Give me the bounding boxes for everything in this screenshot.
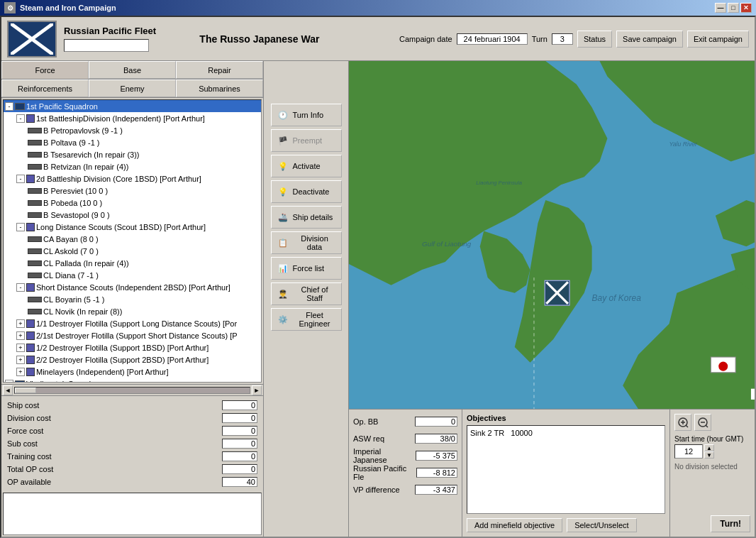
tab-repair[interactable]: Repair xyxy=(176,61,263,79)
maximize-button[interactable]: □ xyxy=(728,3,739,13)
force-list-button[interactable]: 📊 Force list xyxy=(271,257,342,280)
activate-button[interactable]: 💡 Activate xyxy=(271,155,342,177)
tree-expand[interactable]: + xyxy=(16,344,25,352)
turn-label: Turn xyxy=(532,35,547,43)
force-cost-label: Force cost xyxy=(7,427,43,435)
ship-details-button[interactable]: 🚢 Ship details xyxy=(271,206,342,229)
list-item[interactable]: B Sevastopol (9 0 ) xyxy=(26,209,261,221)
action-column: 🕐 Turn Info 🏴 Preempt 💡 Activate 💡 Deact… xyxy=(264,61,349,537)
svg-text:Yalu River: Yalu River xyxy=(669,141,699,148)
titlebar-title: Steam and Iron Campaign xyxy=(20,4,116,12)
svg-text:Bay of Korea: Bay of Korea xyxy=(592,293,642,303)
zoom-in-button[interactable] xyxy=(674,414,691,431)
right-controls: Start time (hour GMT) ▲ ▼ No division se… xyxy=(669,410,755,537)
list-item[interactable]: B Retvizan (In repair (4)) xyxy=(26,160,261,172)
list-item[interactable]: CL Novik (In repair (8)) xyxy=(26,305,261,317)
preempt-button[interactable]: 🏴 Preempt xyxy=(271,129,342,152)
zoom-out-button[interactable] xyxy=(694,414,711,431)
tree-expand[interactable]: - xyxy=(5,102,13,111)
list-item[interactable]: + 1/1 Destroyer Flotilla (Support Long D… xyxy=(15,317,261,329)
list-item[interactable]: B Petropavlovsk (9 -1 ) xyxy=(26,124,261,136)
list-item[interactable]: + 2/2 Destroyer Flotilla (Support 2BSD) … xyxy=(15,353,261,366)
top-bar: Russian Pacific Fleet The Russo Japanese… xyxy=(1,17,755,61)
tree-expand[interactable]: - xyxy=(16,114,25,123)
list-item[interactable]: CL Boyarin (5 -1 ) xyxy=(26,293,261,305)
spin-up-button[interactable]: ▲ xyxy=(704,444,714,451)
chief-of-staff-button[interactable]: 👨‍✈️ Chief of Staff xyxy=(271,282,342,305)
turn-info-button[interactable]: 🕐 Turn Info xyxy=(271,104,342,126)
list-item[interactable]: B Poltava (9 -1 ) xyxy=(26,136,261,148)
svg-line-26 xyxy=(706,425,708,427)
op-bb-value: 0 xyxy=(415,417,457,427)
turn-button[interactable]: Turn! xyxy=(711,515,750,532)
minimize-button[interactable]: — xyxy=(715,3,726,13)
list-item[interactable]: + Minelayers (Independent) [Port Arthur] xyxy=(15,366,261,378)
scroll-track[interactable] xyxy=(14,387,250,394)
list-item[interactable]: CL Askold (7 0 ) xyxy=(26,245,261,257)
tree-expand[interactable]: + xyxy=(16,356,25,364)
tab-base[interactable]: Base xyxy=(89,61,176,79)
vp-diff-value: -3 437 xyxy=(415,485,457,495)
list-item[interactable]: B Tsesarevich (In repair (3)) xyxy=(26,148,261,160)
tree-expand[interactable]: + xyxy=(16,331,25,340)
bottom-text-area xyxy=(3,493,262,535)
search-input[interactable] xyxy=(64,39,149,52)
division-data-button[interactable]: 📋 Division data xyxy=(271,231,342,254)
start-time-spinner[interactable]: ▲ ▼ xyxy=(674,444,750,459)
no-division-selected-label: No division selected xyxy=(674,463,750,471)
list-item[interactable]: - 1st BattleshipDivision (Independent) [… xyxy=(15,112,261,124)
tree-expand[interactable]: + xyxy=(5,380,13,383)
list-item[interactable]: + 1/2 Destroyer Flotilla (Support 1BSD) … xyxy=(15,341,261,353)
ship-icon xyxy=(28,236,42,242)
sub-cost-value: 0 xyxy=(222,439,257,449)
close-button[interactable]: ✕ xyxy=(740,3,752,13)
list-item[interactable]: B Peresviet (10 0 ) xyxy=(26,185,261,197)
list-item[interactable]: - 2d Battleship Division (Core 1BSD) [Po… xyxy=(15,172,261,185)
map-area[interactable]: Gulf of Liaotung Bay of Korea Yalu River… xyxy=(349,61,755,409)
division-icon xyxy=(26,175,35,183)
list-item[interactable]: + 2/1st Destroyer Flotilla (Support Shor… xyxy=(15,329,261,341)
start-time-input[interactable] xyxy=(674,444,703,459)
asw-req-label: ASW req xyxy=(353,434,384,443)
tab-submarines[interactable]: Submarines xyxy=(176,79,263,97)
training-cost-label: Training cost xyxy=(7,452,52,461)
save-campaign-button[interactable]: Save campaign xyxy=(616,31,683,48)
ship-icon xyxy=(28,164,42,170)
exit-campaign-button[interactable]: Exit campaign xyxy=(687,31,749,48)
tree-expand[interactable]: - xyxy=(16,283,25,292)
list-item[interactable]: - Long Distance Scouts (Scout 1BSD) [Por… xyxy=(15,221,261,233)
objectives-column: Objectives Sink 2 TR 10000 Add minefield… xyxy=(462,410,669,537)
list-item[interactable]: CA Bayan (8 0 ) xyxy=(26,233,261,245)
scroll-right-arrow[interactable]: ► xyxy=(252,385,262,395)
tab-enemy[interactable]: Enemy xyxy=(89,79,176,97)
list-item[interactable]: B Pobeda (10 0 ) xyxy=(26,197,261,209)
svg-rect-17 xyxy=(751,389,755,400)
spin-down-button[interactable]: ▼ xyxy=(704,451,714,459)
select-unselect-button[interactable]: Select/Unselect xyxy=(567,518,636,532)
tree-expand[interactable]: - xyxy=(16,223,25,231)
list-item[interactable]: CL Diana (7 -1 ) xyxy=(26,269,261,281)
ship-details-icon: 🚢 xyxy=(276,210,290,224)
fleet-engineer-button[interactable]: ⚙️ Fleet Engineer xyxy=(271,308,342,331)
tab-force[interactable]: Force xyxy=(1,61,89,79)
start-time-label: Start time (hour GMT) xyxy=(674,435,750,443)
tree-scrollbar[interactable]: ◄ ► xyxy=(1,384,263,395)
ship-icon xyxy=(28,152,42,158)
list-item[interactable]: - 1st Pacific Squadron xyxy=(4,100,261,112)
scroll-left-arrow[interactable]: ◄ xyxy=(3,385,13,395)
deactivate-button[interactable]: 💡 Deactivate xyxy=(271,180,342,203)
tree-expand[interactable]: + xyxy=(16,368,25,376)
list-item[interactable]: CL Pallada (In repair (4)) xyxy=(26,257,261,269)
status-button[interactable]: Status xyxy=(577,31,612,48)
scroll-thumb[interactable] xyxy=(15,388,36,393)
tree-expand[interactable]: - xyxy=(16,175,25,183)
titlebar-icon: ⚙ xyxy=(4,2,16,13)
objective-item: Sink 2 TR 10000 xyxy=(469,427,663,439)
list-item[interactable]: - Short Distance Scouts (Independent 2BS… xyxy=(15,281,261,293)
tab-reinforcements[interactable]: Reinforcements xyxy=(1,79,89,97)
ship-icon xyxy=(28,140,42,146)
add-minefield-button[interactable]: Add minefield objective xyxy=(467,518,562,532)
campaign-date-label: Campaign date xyxy=(399,35,452,43)
list-item[interactable]: + Vladivostok Squadron xyxy=(4,378,261,383)
tree-expand[interactable]: + xyxy=(16,319,25,328)
